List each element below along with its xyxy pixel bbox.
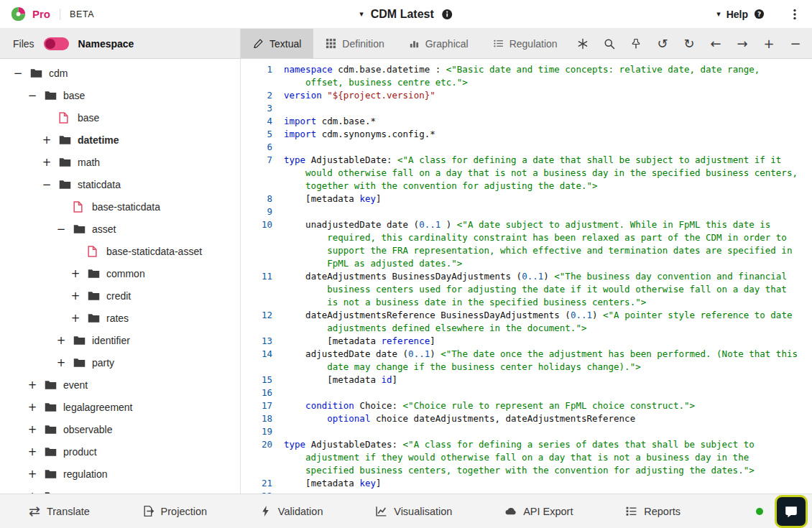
tree-item-identifier[interactable]: +identifier [0,329,240,351]
api-export-button[interactable]: API Export [504,505,573,517]
folder-icon [30,68,43,78]
pin-button[interactable] [625,33,647,55]
expand-toggle-icon[interactable]: + [68,267,83,280]
expand-toggle-icon[interactable]: + [68,312,83,325]
tree-item-datetime[interactable]: +datetime [0,129,240,151]
help-menu[interactable]: Help [726,9,748,20]
undo-button[interactable]: ↺ [652,33,673,55]
bar-chart-icon [409,38,420,49]
expand-toggle-icon[interactable]: + [53,356,69,369]
navigate-forward-button[interactable]: → [732,33,753,55]
tab-label: Regulation [509,38,558,50]
expand-toggle-icon[interactable]: + [39,134,55,147]
code-token: ) [440,219,457,230]
projection-button[interactable]: Projection [142,505,207,517]
code-line-10: 10unadjustedDate date (0..1 ) <"A date s… [241,218,812,270]
navigate-back-button[interactable]: ← [705,33,726,55]
code-line-21: 21[metadata key] [241,477,812,490]
expand-toggle-icon[interactable]: + [39,156,55,169]
expand-toggle-icon[interactable]: + [68,290,83,302]
tree-item-regulation[interactable]: +regulation [0,463,240,485]
overflow-menu-button[interactable] [788,6,802,22]
pro-badge: Pro [32,8,50,20]
tree-item-staticdata[interactable]: −staticdata [0,173,240,195]
code-editor[interactable]: 1namespace cdm.base.datetime : <"Basic d… [241,59,812,494]
collapse-toggle-icon[interactable]: − [10,67,26,80]
expand-toggle-icon[interactable]: + [24,445,40,458]
tree-item-party[interactable]: +party [0,351,240,374]
search-button[interactable] [599,33,620,55]
zoom-out-button[interactable]: − [785,33,806,55]
folder-icon [45,402,57,412]
folder-icon [73,335,86,346]
line-number: 7 [241,154,272,193]
line-number: 8 [241,193,272,205]
folder-icon [45,469,57,479]
tree-item-base[interactable]: base [0,106,240,129]
bottom-bar: ⇄TranslateProjectionValidationVisualisat… [0,494,812,528]
namespace-mode-label[interactable]: Namespace [78,38,134,50]
code-line-19: 19 [241,425,812,438]
expand-toggle-icon[interactable]: + [24,423,40,436]
tab-definition[interactable]: Definition [313,29,396,58]
tab-graphical[interactable]: Graphical [397,29,481,58]
zoom-in-button[interactable]: + [758,33,780,55]
redo-button[interactable]: ↻ [678,33,700,55]
tree-item-asset[interactable]: −asset [0,218,240,240]
chat-launcher-button[interactable] [775,495,808,528]
tree-item-common[interactable]: +common [0,262,240,284]
tree-item-base[interactable]: −base [0,84,240,106]
tree-item-credit[interactable]: +credit [0,284,240,307]
question-icon[interactable]: ? [754,9,765,19]
tree-item-cdm[interactable]: −cdm [0,62,240,84]
model-selector[interactable]: ▾ CDM Latest [359,8,453,21]
validation-button[interactable]: Validation [259,505,323,517]
tab-regulation[interactable]: Regulation [481,29,570,58]
expand-toggle-icon[interactable]: + [24,468,40,481]
code-text: type AdjustableDates: <"A class for defi… [284,438,812,477]
tree-item-label: legalagreement [63,402,133,413]
code-line-16: 16 [241,386,812,399]
tree-item-label: cdm [49,68,68,79]
collapse-toggle-icon[interactable]: − [39,178,55,191]
tree-item-observable[interactable]: +observable [0,418,240,440]
expand-toggle-icon[interactable]: + [24,401,40,414]
folder-icon [73,224,86,234]
tree-item-math[interactable]: +math [0,151,240,173]
format-button[interactable] [572,33,594,55]
expand-toggle-icon[interactable]: + [24,379,40,392]
tab-textual[interactable]: Textual [241,29,313,58]
tree-item-product[interactable]: +product [0,440,240,463]
bottom-item-label: Translate [47,506,90,517]
files-namespace-toggle[interactable] [44,37,69,50]
files-mode-label[interactable]: Files [13,38,34,50]
tree-item-clipped[interactable]: + [0,485,240,494]
code-token: reference [381,335,430,346]
code-content: 1namespace cdm.base.datetime : <"Basic d… [241,63,812,494]
tree-item-base-staticdata[interactable]: base-staticdata [0,195,240,218]
line-number: 17 [241,399,272,412]
code-line-7: 7type AdjustableDate: <"A class for defi… [241,154,812,193]
code-line-20: 20type AdjustableDates: <"A class for de… [241,438,812,477]
validation-icon [259,505,272,517]
line-number: 11 [241,270,272,309]
tree-item-base-staticdata-asset[interactable]: base-staticdata-asset [0,240,240,262]
kebab-icon [789,8,801,21]
code-token: 0..1 [419,219,440,230]
collapse-toggle-icon[interactable]: − [24,89,40,102]
translate-button[interactable]: ⇄Translate [29,504,90,518]
code-text: namespace cdm.base.datetime : <"Basic da… [284,63,812,89]
collapse-toggle-icon[interactable]: − [53,223,69,236]
code-token: AdjustableDate: [311,154,397,165]
info-icon[interactable] [441,9,453,20]
expand-toggle-icon[interactable]: + [53,334,69,347]
tree-item-event[interactable]: +event [0,374,240,396]
tree-item-legalagreement[interactable]: +legalagreement [0,396,240,418]
namespace-tree-panel: −cdm−basebase+datetime+math−staticdataba… [0,59,241,494]
tree-item-rates[interactable]: +rates [0,307,240,329]
code-line-11: 11dateAdjustments BusinessDayAdjustments… [241,270,812,309]
reports-button[interactable]: Reports [625,505,680,517]
visualisation-button[interactable]: Visualisation [375,505,452,517]
code-token: cdm.synonyms.config.* [322,129,435,139]
sidebar-mode-switcher: Files Namespace [0,29,241,58]
